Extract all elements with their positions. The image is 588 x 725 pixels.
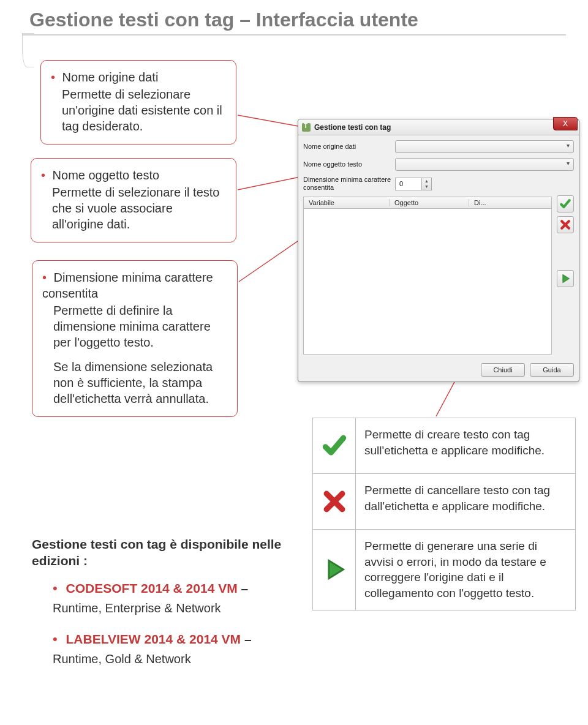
callout-title: Nome origine dati — [62, 70, 159, 84]
icon-legend: Permette di creare testo con tag sull'et… — [312, 418, 576, 610]
col-variabile[interactable]: Variabile — [304, 199, 390, 206]
edition-item: • LABELVIEW 2014 & 2014 VM – — [53, 631, 289, 647]
dialog-window: Gestione testi con tag X Nome origine da… — [298, 119, 579, 382]
dialog-body: Nome origine dati Nome oggetto testo Dim… — [298, 135, 579, 359]
callout-minsize: • Dimensione minima carattere consentita… — [32, 260, 238, 417]
dialog-footer: Chiudi Guida — [481, 363, 574, 377]
title-rule — [22, 34, 566, 36]
run-button[interactable] — [557, 270, 574, 287]
callout-body: Permette di definire la dimensione minim… — [42, 302, 227, 350]
editions-section: Gestione testi con tag è disponibile nel… — [32, 536, 289, 682]
check-icon — [321, 432, 348, 459]
spin-value: 0 — [399, 180, 403, 187]
legend-row-apply: Permette di creare testo con tag sull'et… — [313, 418, 575, 474]
label-origin: Nome origine dati — [303, 143, 395, 151]
close-dialog-button[interactable]: Chiudi — [481, 363, 525, 377]
list-body[interactable] — [303, 209, 552, 355]
callout-object: • Nome oggetto testo Permette di selezio… — [31, 158, 236, 242]
bullet-icon: • — [53, 580, 58, 596]
legend-icon-cell — [313, 530, 356, 610]
spin-minsize[interactable]: 0 ▲▼ — [395, 178, 432, 190]
legend-text: Permette di generare una serie di avvisi… — [356, 530, 575, 610]
bullet-icon: • — [51, 70, 55, 84]
x-icon — [559, 219, 571, 231]
bullet-icon: • — [41, 168, 45, 182]
callout-title: Nome oggetto testo — [53, 168, 160, 182]
legend-icon-cell — [313, 418, 356, 473]
dialog-side-icons — [557, 195, 575, 287]
bullet-icon: • — [42, 271, 47, 284]
help-button[interactable]: Guida — [530, 363, 574, 377]
label-minsize: Dimensione minima carattere consentita — [303, 176, 395, 192]
check-icon — [559, 198, 571, 210]
list-header: Variabile Oggetto Di... — [303, 197, 552, 209]
play-icon — [559, 272, 571, 285]
bullet-icon: • — [53, 631, 58, 647]
editions-heading: Gestione testi con tag è disponibile nel… — [32, 536, 289, 569]
edition-name: CODESOFT 2014 & 2014 VM — [66, 581, 238, 595]
dash: – — [241, 581, 249, 595]
edition-sub: Runtime, Gold & Network — [53, 652, 289, 666]
legend-text: Permette di creare testo con tag sull'et… — [356, 418, 575, 473]
callout-body: Permette di selezionare il testo che si … — [41, 184, 226, 232]
legend-text: Permette di cancellare testo con tag dal… — [356, 474, 575, 529]
callout-title: Dimensione minima carattere consentita — [42, 271, 213, 300]
legend-row-run: Permette di generare una serie di avvisi… — [313, 530, 575, 610]
combo-object[interactable] — [395, 158, 574, 171]
dash: – — [244, 632, 252, 646]
callout-body-extra: Se la dimensione selezionata non è suffi… — [42, 359, 227, 407]
title-accent — [22, 33, 34, 67]
callout-body: Permette di selezionare un'origine dati … — [51, 86, 226, 134]
close-button[interactable]: X — [553, 117, 578, 130]
col-oggetto[interactable]: Oggetto — [390, 199, 469, 206]
page-title: Gestione testi con tag – Interfaccia ute… — [29, 9, 418, 31]
edition-name: LABELVIEW 2014 & 2014 VM — [66, 632, 241, 646]
edition-item: • CODESOFT 2014 & 2014 VM – — [53, 580, 289, 596]
callout-origin: • Nome origine dati Permette di selezion… — [40, 60, 236, 145]
legend-row-delete: Permette di cancellare testo con tag dal… — [313, 474, 575, 530]
dialog-title: Gestione testi con tag — [314, 123, 391, 132]
dialog-titlebar[interactable]: Gestione testi con tag X — [298, 119, 579, 135]
play-icon — [321, 556, 348, 583]
x-icon — [321, 488, 348, 515]
label-object: Nome oggetto testo — [303, 160, 395, 168]
combo-origin[interactable] — [395, 140, 574, 153]
apply-button[interactable] — [557, 195, 574, 212]
spin-buttons[interactable]: ▲▼ — [421, 178, 431, 190]
legend-icon-cell — [313, 474, 356, 529]
app-icon — [302, 123, 311, 132]
col-di[interactable]: Di... — [469, 199, 551, 206]
edition-sub: Runtime, Enterprise & Network — [53, 601, 289, 615]
delete-button[interactable] — [557, 216, 574, 233]
